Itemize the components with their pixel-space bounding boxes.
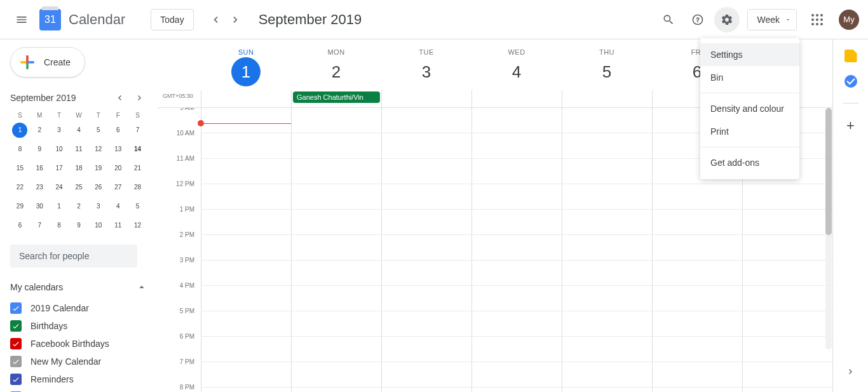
mini-day[interactable]: 4	[111, 199, 126, 214]
search-button[interactable]	[656, 7, 681, 32]
menu-item-print[interactable]: Print	[700, 120, 799, 143]
my-calendars-header[interactable]: My calendars	[10, 281, 147, 293]
mini-day[interactable]: 23	[32, 180, 47, 195]
menu-item-bin[interactable]: Bin	[700, 66, 799, 89]
mini-day[interactable]: 7	[32, 218, 47, 233]
main-scrollbar[interactable]	[825, 108, 832, 349]
prev-period-button[interactable]	[205, 10, 226, 30]
mini-day[interactable]: 20	[111, 161, 126, 176]
account-avatar[interactable]: My	[839, 10, 859, 30]
mini-day[interactable]: 13	[111, 142, 126, 157]
get-addons-button[interactable]: +	[846, 119, 855, 133]
menu-item-addons[interactable]: Get add-ons	[700, 151, 799, 174]
calendar-label: New My Calendar	[31, 356, 101, 367]
rail-separator	[843, 103, 858, 104]
help-button[interactable]	[685, 7, 710, 32]
mini-day[interactable]: 24	[51, 180, 67, 195]
main-menu-button[interactable]	[9, 7, 34, 32]
mini-day[interactable]: 11	[111, 218, 126, 233]
mini-day[interactable]: 2	[71, 199, 86, 214]
day-header[interactable]: TUE3	[381, 48, 471, 86]
mini-day[interactable]: 17	[51, 161, 67, 176]
menu-item-settings[interactable]: Settings	[700, 43, 799, 66]
mini-day[interactable]: 30	[32, 199, 47, 214]
mini-calendar-title: September 2019	[10, 93, 112, 103]
menu-item-density[interactable]: Density and colour	[700, 97, 799, 120]
mini-day[interactable]: 1	[12, 123, 27, 138]
mini-next-button[interactable]	[132, 90, 147, 105]
calendar-item[interactable]: Birthdays	[10, 317, 147, 335]
create-button[interactable]: Create	[10, 47, 85, 78]
settings-button[interactable]	[714, 7, 740, 32]
mini-day[interactable]: 27	[111, 180, 126, 195]
calendar-item[interactable]: New My Calendar	[10, 353, 147, 370]
mini-day[interactable]: 6	[111, 123, 126, 138]
calendar-item[interactable]: Facebook Birthdays	[10, 335, 147, 353]
hide-panel-button[interactable]	[846, 367, 856, 379]
app-logo[interactable]: 31 Calendar	[39, 9, 125, 30]
mini-day[interactable]: 5	[130, 199, 146, 214]
allday-cell[interactable]	[201, 90, 291, 107]
keep-addon-button[interactable]	[844, 50, 857, 62]
tasks-addon-button[interactable]	[844, 75, 857, 88]
mini-day[interactable]: 7	[130, 123, 146, 138]
mini-day[interactable]: 5	[91, 123, 106, 138]
mini-day[interactable]: 28	[130, 180, 146, 195]
mini-day[interactable]: 12	[91, 142, 106, 157]
day-header[interactable]: SUN1	[201, 48, 291, 86]
mini-day[interactable]: 29	[12, 199, 27, 214]
mini-day[interactable]: 15	[12, 161, 27, 176]
calendar-checkbox[interactable]	[10, 356, 22, 367]
allday-cell[interactable]	[471, 90, 562, 107]
mini-day[interactable]: 9	[32, 142, 47, 157]
calendar-checkbox[interactable]	[10, 338, 22, 349]
calendar-item[interactable]: Tasks	[10, 388, 147, 392]
side-panel: +	[832, 39, 868, 392]
mini-day[interactable]: 12	[130, 218, 146, 233]
day-header[interactable]: THU5	[562, 48, 652, 86]
scrollbar-thumb[interactable]	[825, 108, 832, 235]
mini-day[interactable]: 9	[71, 218, 86, 233]
mini-day[interactable]: 2	[32, 123, 47, 138]
calendar-item[interactable]: 2019 Calendar	[10, 299, 147, 317]
search-people-input[interactable]: Search for people	[10, 245, 137, 267]
mini-day[interactable]: 14	[130, 142, 146, 157]
mini-day[interactable]: 3	[51, 123, 67, 138]
mini-day[interactable]: 3	[91, 199, 106, 214]
mini-day[interactable]: 22	[12, 180, 27, 195]
mini-day[interactable]: 4	[71, 123, 86, 138]
mini-day[interactable]: 16	[32, 161, 47, 176]
today-button[interactable]: Today	[151, 9, 193, 30]
allday-event[interactable]: Ganesh Chaturthi/Vin	[293, 91, 380, 103]
mini-prev-button[interactable]	[112, 90, 127, 105]
allday-cell[interactable]	[562, 90, 652, 107]
mini-day[interactable]: 11	[71, 142, 86, 157]
next-period-button[interactable]	[226, 10, 246, 30]
day-of-week: TUE	[381, 48, 471, 56]
calendar-checkbox[interactable]	[10, 320, 22, 332]
mini-dow: F	[108, 112, 128, 119]
calendar-label: 2019 Calendar	[31, 303, 89, 313]
view-selector[interactable]: Week	[747, 9, 797, 30]
calendar-checkbox[interactable]	[10, 302, 22, 314]
mini-day[interactable]: 19	[91, 161, 106, 176]
mini-day[interactable]: 10	[91, 218, 106, 233]
calendar-checkbox[interactable]	[10, 374, 22, 385]
google-apps-button[interactable]	[804, 7, 830, 32]
chevron-right-icon	[846, 367, 856, 377]
mini-day[interactable]: 8	[12, 142, 27, 157]
mini-day[interactable]: 6	[12, 218, 27, 233]
mini-day[interactable]: 26	[91, 180, 106, 195]
day-header[interactable]: WED4	[471, 48, 562, 86]
mini-day[interactable]: 25	[71, 180, 86, 195]
mini-day[interactable]: 8	[51, 218, 67, 233]
mini-day[interactable]: 10	[51, 142, 67, 157]
mini-day[interactable]: 1	[51, 199, 67, 214]
day-header[interactable]: MON2	[291, 48, 381, 86]
now-indicator-dot	[198, 120, 204, 126]
allday-cell[interactable]	[381, 90, 471, 107]
allday-cell[interactable]: Ganesh Chaturthi/Vin	[291, 90, 381, 107]
mini-day[interactable]: 18	[71, 161, 86, 176]
calendar-item[interactable]: Reminders	[10, 370, 147, 388]
mini-day[interactable]: 21	[130, 161, 146, 176]
